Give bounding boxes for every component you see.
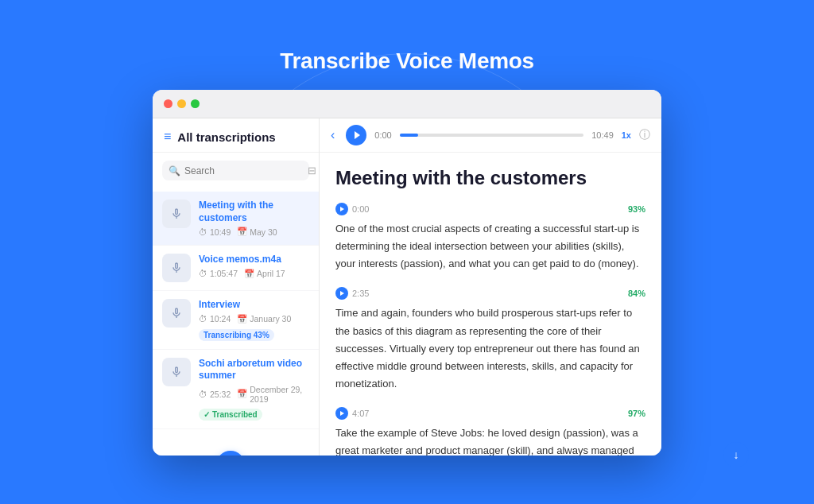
- recording-meta-1: ⏱ 10:49 📅 May 30: [199, 227, 309, 237]
- transcribed-badge-4: ✓ Transcribed: [199, 409, 262, 421]
- progress-fill: [400, 134, 418, 137]
- time-start: 0:00: [374, 130, 391, 140]
- search-icon: 🔍: [169, 165, 180, 176]
- recording-thumb-4: [162, 358, 191, 386]
- sidebar-title: All transcriptions: [177, 130, 275, 144]
- mic-icon-3: [170, 307, 183, 320]
- duration-3: ⏱ 10:24: [199, 314, 231, 324]
- title-bar: [153, 90, 661, 118]
- segment-timestamp-1: 0:00: [352, 204, 369, 214]
- mic-icon: [170, 207, 183, 220]
- recording-info-3: Interview ⏱ 10:24 📅 January 30 Transcrib…: [199, 299, 309, 341]
- recording-info-1: Meeting with the customers ⏱ 10:49 📅 May…: [199, 200, 309, 237]
- date-2: 📅 April 17: [244, 269, 285, 279]
- confidence-3: 97%: [628, 409, 645, 418]
- main-content: ‹ 0:00 10:49 1x ⓘ Meeting with the custo…: [320, 118, 661, 456]
- recording-name-3: Interview: [199, 299, 309, 312]
- segment-text-3: Take the example of Steve Jobs: he loved…: [335, 425, 645, 456]
- recording-name-4: Sochi arboretum video summer: [199, 358, 309, 382]
- recording-item-2[interactable]: Voice memos.m4a ⏱ 1:05:47 📅 April 17: [153, 246, 319, 291]
- menu-icon: ≡: [164, 130, 171, 144]
- confidence-2: 84%: [628, 289, 645, 298]
- sidebar-header: ≡ All transcriptions: [153, 118, 319, 153]
- recording-name-1: Meeting with the customers: [199, 200, 309, 224]
- player-bar: ‹ 0:00 10:49 1x ⓘ: [320, 118, 661, 153]
- recording-meta-4: ⏱ 25:32 📅 December 29, 2019: [199, 385, 309, 404]
- recording-item-4[interactable]: Sochi arboretum video summer ⏱ 25:32 📅 D…: [153, 350, 319, 429]
- maximize-button[interactable]: [191, 99, 200, 108]
- page-title: Transcribe Voice Memos: [280, 48, 534, 74]
- duration-1: ⏱ 10:49: [199, 227, 231, 237]
- segment-play-1[interactable]: [335, 203, 348, 215]
- segment-text-2: Time and again, founders who build prosp…: [335, 304, 645, 392]
- date-1: 📅 May 30: [237, 227, 277, 237]
- transcript-segment-3: 4:07 97% Take the example of Steve Jobs:…: [335, 407, 645, 456]
- transcript-title: Meeting with the customers: [335, 165, 645, 190]
- recording-name-2: Voice memos.m4a: [199, 254, 309, 266]
- segment-play-2[interactable]: [335, 287, 348, 300]
- play-button[interactable]: [346, 125, 366, 145]
- recording-item-3[interactable]: Interview ⏱ 10:24 📅 January 30 Transcrib…: [153, 291, 319, 350]
- transcript-content: Meeting with the customers 0:00 93% One …: [320, 153, 661, 456]
- segment-text-1: One of the most crucial aspects of creat…: [335, 220, 645, 273]
- info-button[interactable]: ⓘ: [639, 128, 650, 142]
- segment-time-3: 4:07: [335, 407, 369, 420]
- segment-timestamp-2: 2:35: [352, 289, 369, 298]
- segment-time-2: 2:35: [335, 287, 369, 300]
- recording-item-1[interactable]: Meeting with the customers ⏱ 10:49 📅 May…: [153, 192, 319, 246]
- date-3: 📅 January 30: [237, 314, 291, 324]
- recording-meta-2: ⏱ 1:05:47 📅 April 17: [199, 269, 309, 279]
- back-button[interactable]: ‹: [331, 128, 335, 142]
- segment-time-1: 0:00: [335, 203, 369, 215]
- segment-header-3: 4:07 97%: [335, 407, 645, 420]
- sidebar: ≡ All transcriptions 🔍 ⊟ Meeting with th…: [153, 118, 320, 456]
- segment-play-3[interactable]: [335, 407, 348, 420]
- confidence-1: 93%: [628, 204, 645, 214]
- traffic-lights: [164, 99, 200, 108]
- transcript-segment-2: 2:35 84% Time and again, founders who bu…: [335, 287, 645, 392]
- segment-header-1: 0:00 93%: [335, 203, 645, 215]
- search-input[interactable]: [184, 165, 304, 176]
- search-bar[interactable]: 🔍 ⊟: [162, 161, 309, 180]
- recording-meta-3: ⏱ 10:24 📅 January 30: [199, 314, 309, 324]
- recording-list: Meeting with the customers ⏱ 10:49 📅 May…: [153, 188, 319, 456]
- progress-track[interactable]: [400, 134, 583, 137]
- app-body: ≡ All transcriptions 🔍 ⊟ Meeting with th…: [153, 118, 661, 456]
- recording-thumb-3: [162, 299, 191, 328]
- segment-header-2: 2:35 84%: [335, 287, 645, 300]
- recording-info-4: Sochi arboretum video summer ⏱ 25:32 📅 D…: [199, 358, 309, 421]
- speed-button[interactable]: 1x: [622, 130, 631, 140]
- minimize-button[interactable]: [177, 99, 186, 108]
- app-window: ≡ All transcriptions 🔍 ⊟ Meeting with th…: [153, 90, 661, 456]
- mic-icon-2: [170, 262, 183, 274]
- transcript-segment-1: 0:00 93% One of the most crucial aspects…: [335, 203, 645, 273]
- recording-info-2: Voice memos.m4a ⏱ 1:05:47 📅 April 17: [199, 254, 309, 279]
- time-end: 10:49: [591, 130, 614, 140]
- filter-icon[interactable]: ⊟: [308, 165, 316, 176]
- transcribing-badge-3: Transcribing 43%: [199, 329, 274, 341]
- segment-timestamp-3: 4:07: [352, 409, 369, 418]
- mic-icon-4: [170, 366, 183, 378]
- date-4: 📅 December 29, 2019: [237, 385, 309, 404]
- duration-2: ⏱ 1:05:47: [199, 269, 238, 278]
- duration-4: ⏱ 25:32: [199, 390, 231, 399]
- recording-thumb-1: [162, 200, 191, 228]
- recording-thumb-2: [162, 254, 191, 282]
- close-button[interactable]: [164, 99, 172, 108]
